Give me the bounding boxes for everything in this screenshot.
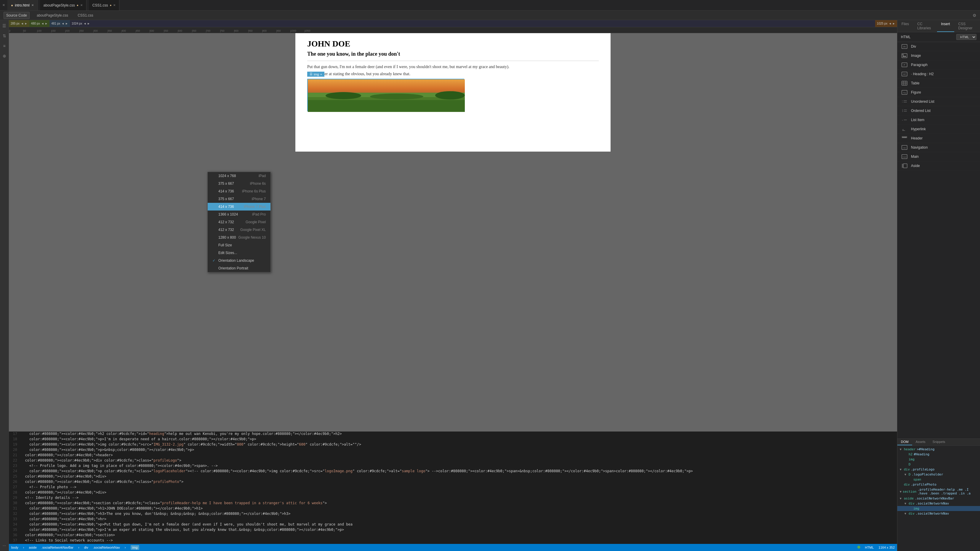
dropdown-item-9[interactable]: Full Size (208, 241, 270, 249)
bp-481[interactable]: 481 px ◄ ► (49, 20, 70, 27)
img-add-button[interactable]: + (320, 73, 322, 76)
insert-item-table[interactable]: Table (897, 79, 980, 88)
insert-item-header[interactable]: headerHeader (897, 134, 980, 143)
code-line-32[interactable]: 32 color:#808080;"><color:#4ec9b0;">h3>T… (9, 511, 897, 517)
dropdown-item-5[interactable]: 1366 x 1024iPad Pro (208, 211, 270, 218)
sidebar-file-icon[interactable]: ☰ (1, 22, 8, 29)
code-line-30[interactable]: 30 color:#808080;"><color:#4ec9b0;">sect… (9, 501, 897, 506)
insert-item-navigation[interactable]: navNavigation (897, 143, 980, 152)
bp-1025[interactable]: 1025 px ◄ ► (875, 20, 897, 27)
dropdown-item-7[interactable]: 412 x 732Google Pixel XL (208, 226, 270, 233)
status-class-socialnetworknavbar[interactable]: .socialNetworkNavBar (41, 546, 73, 549)
tab-css1[interactable]: CSS1.css ● ✕ (89, 0, 120, 10)
insert-item-paragraph[interactable]: PParagraph (897, 60, 980, 70)
sidebar-more-icon[interactable]: ··· (1, 542, 8, 549)
bp-285[interactable]: 285 px ◄ ► (9, 20, 29, 27)
code-line-33[interactable]: 33 color:#808080;"><color:#4ec9b0;">hr> (9, 517, 897, 522)
right-tab-cclibs[interactable]: CC Libraries (913, 20, 937, 32)
code-editor[interactable]: 17 color:#808080;"><color:#4ec9b0;">h2 c… (9, 431, 897, 544)
insert-item-heading[interactable]: H2· Heading : H2 (897, 70, 980, 79)
dropdown-item-11[interactable]: ✓Orientation Landscape (208, 257, 270, 264)
code-line-22[interactable]: 22 color:#808080;"><color:#4ec9b0;">div … (9, 458, 897, 464)
insert-item-ol[interactable]: 12Ordered List (897, 106, 980, 116)
dropdown-item-3[interactable]: 375 x 667iPhone 7 (208, 195, 270, 203)
dom-item-2[interactable]: img (897, 457, 980, 462)
html-type-select[interactable]: HTML (956, 34, 977, 40)
code-line-23[interactable]: 23 <!-- Profile logo. Add a img tag in p… (9, 464, 897, 469)
dom-item-8[interactable]: ▼section .profileHeader-help .me .I .hav… (897, 487, 980, 496)
dom-item-11[interactable]: img (897, 506, 980, 511)
dom-item-6[interactable]: span (897, 477, 980, 482)
dropdown-item-8[interactable]: 1280 x 800Google Nexus 10 (208, 233, 270, 241)
code-line-35[interactable]: 35 color:#808080;"><color:#4ec9b0;">p>I'… (9, 527, 897, 533)
insert-item-hyperlink[interactable]: aHyperlink (897, 125, 980, 134)
window-close-icon[interactable]: ✕ (2, 3, 5, 7)
code-line-18[interactable]: 18 color:#808080;"><color:#4ec9b0;">p>I'… (9, 437, 897, 442)
tab-intro-html[interactable]: ● intro.html ✕ (7, 0, 38, 10)
aboutpagestyle-button[interactable]: aboutPageStyle.css (34, 12, 70, 19)
dom-tab-assets[interactable]: Assets (912, 439, 929, 445)
sidebar-layers-icon[interactable]: ≡ (1, 43, 8, 49)
tab-css1-close[interactable]: ✕ (113, 3, 116, 7)
tab-about-close[interactable]: ✕ (80, 3, 83, 7)
code-line-17[interactable]: 17 color:#808080;"><color:#4ec9b0;">h2 c… (9, 432, 897, 437)
code-line-27[interactable]: 27 <!-- Profile photo --> (9, 485, 897, 490)
code-line-31[interactable]: 31 color:#808080;"><color:#4ec9b0;">h1>J… (9, 506, 897, 511)
code-line-34[interactable]: 34 color:#808080;"><color:#4ec9b0;">p>Pu… (9, 522, 897, 527)
right-tab-insert[interactable]: Insert (937, 20, 954, 32)
dropdown-item-0[interactable]: 1024 x 768iPad (208, 172, 270, 180)
code-line-25[interactable]: 25 color:#808080;"></color:#4ec9b0;">div… (9, 474, 897, 480)
dom-item-3[interactable]: D (897, 462, 980, 467)
right-tab-files[interactable]: Files (897, 20, 913, 32)
insert-item-aside[interactable]: Aside (897, 161, 980, 170)
dropdown-item-6[interactable]: 412 x 732Google Pixel (208, 218, 270, 226)
dom-tab-snippets[interactable]: Snippets (929, 439, 949, 445)
bp-1024[interactable]: 1024 px ◄ ► (70, 20, 875, 27)
code-line-28[interactable]: 28 color:#808080;"></color:#4ec9b0;">div… (9, 490, 897, 495)
tab-aboutpagestyle[interactable]: aboutPageStyle.css ● ✕ (40, 0, 86, 10)
sidebar-arrow-icon[interactable]: ⇅ (1, 33, 8, 39)
dropdown-item-4[interactable]: ✓414 x 736iPhone 7 Plus (208, 203, 270, 211)
insert-item-li[interactable]: •List Item (897, 116, 980, 125)
status-tag-div[interactable]: div (84, 546, 88, 549)
insert-item-main[interactable]: mainMain (897, 152, 980, 161)
tab-close-icon[interactable]: ✕ (32, 3, 34, 7)
status-tag-img[interactable]: img (130, 545, 140, 550)
code-line-20[interactable]: 20 color:#808080;"><color:#4ec9b0;">p>&n… (9, 448, 897, 453)
insert-item-div[interactable]: divDiv (897, 42, 980, 51)
code-line-36[interactable]: 36 color:#808080;"></color:#4ec9b0;">sec… (9, 533, 897, 538)
dom-tab-dom[interactable]: DOM (897, 439, 912, 445)
sidebar-pin-icon[interactable]: ⊕ (1, 53, 8, 59)
right-tab-cssdesigner[interactable]: CSS Designer (954, 20, 980, 32)
code-line-21[interactable]: 21 color:#808080;"></color:#4ec9b0;">hea… (9, 453, 897, 458)
dropdown-item-10[interactable]: Edit Sizes... (208, 249, 270, 257)
dom-item-12[interactable]: ▼div .socialNetworkNav (897, 511, 980, 516)
code-line-19[interactable]: 19 color:#808080;"><color:#4ec9b0;">img … (9, 442, 897, 448)
dom-item-10[interactable]: ▼div .socialNetworkNav (897, 501, 980, 506)
filter-icon[interactable]: ⚙ (973, 13, 977, 18)
status-tag-body[interactable]: body (11, 546, 18, 549)
insert-item-ul[interactable]: ••Unordered List (897, 97, 980, 106)
img-container[interactable]: ☰ img + (307, 79, 464, 111)
code-line-26[interactable]: 26 color:#808080;"><color:#4ec9b0;">div … (9, 480, 897, 485)
dom-item-1[interactable]: h2 #Heading (897, 452, 980, 457)
dom-item-9[interactable]: ▼aside .socialNetworkNavBar (897, 496, 980, 501)
dropdown-item-2[interactable]: 414 x 736iPhone 6s Plus (208, 187, 270, 195)
bp-480[interactable]: 480 px ◄ ► (29, 20, 50, 27)
status-class-socialnetworknav[interactable]: .socialNetworkNav (93, 546, 120, 549)
code-line-37[interactable]: 37 <!-- Links to Social network accounts… (9, 538, 897, 544)
css1-button[interactable]: CSS1.css (75, 12, 96, 19)
dropdown-item-1[interactable]: 375 x 667iPhone 6s (208, 180, 270, 187)
dom-item-7[interactable]: div .profilePhoto (897, 482, 980, 487)
design-view[interactable]: JOHN DOE The one you know, in the place … (9, 33, 897, 431)
insert-item-image[interactable]: Image (897, 51, 980, 60)
code-line-24[interactable]: 24 color:#808080;"><color:#4ec9b0;">p co… (9, 469, 897, 474)
dom-item-4[interactable]: ▼div .profileLogo (897, 467, 980, 472)
status-tag-aside[interactable]: aside (29, 546, 37, 549)
dom-item-5[interactable]: ▼D .logoPlaceholder (897, 472, 980, 477)
dropdown-item-12[interactable]: Orientation Portrait (208, 264, 270, 272)
insert-item-figure[interactable]: FigFigure (897, 88, 980, 97)
code-line-29[interactable]: 29 <!-- Identity details --> (9, 495, 897, 501)
dom-item-0[interactable]: ▼header >#Heading (897, 447, 980, 452)
source-code-button[interactable]: Source Code (3, 12, 30, 19)
